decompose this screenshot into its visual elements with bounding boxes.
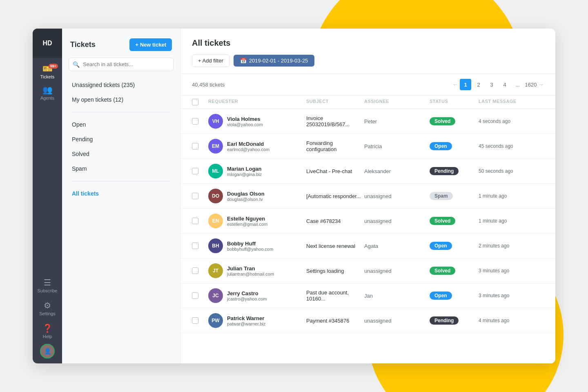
row-checkbox[interactable]: [192, 143, 198, 149]
date-filter-button[interactable]: 📅 2019-02-01 - 2019-03-25: [234, 55, 315, 67]
sidebar-item-tickets[interactable]: 99+ 🎫 Tickets: [33, 61, 62, 82]
status-badge: Solved: [430, 217, 455, 225]
nav-item-solved[interactable]: Solved: [69, 147, 174, 161]
row-checkbox-cell: [192, 317, 208, 324]
requester-cell: VH Viola Holmes viola@yahoo.com: [208, 114, 306, 129]
select-all-checkbox[interactable]: [192, 99, 198, 105]
status-cell: Pending: [430, 167, 479, 175]
sidebar-bottom: ☰ Subscribe ⚙ Settings ❓ Help 👤: [33, 275, 62, 363]
table-row[interactable]: EN Estelle Nguyen estellen@gmail.com Cas…: [180, 209, 555, 234]
requester-info: Viola Holmes viola@yahoo.com: [227, 116, 263, 127]
requester-info: Jerry Castro jcastro@yahoo.com: [227, 290, 267, 301]
table-row[interactable]: ML Marian Logan mlogan@gina.biz LiveChat…: [180, 159, 555, 184]
subject-cell: Invoice 25032019/B/567...: [306, 115, 364, 127]
nav-list: Unassigned tickets (235) My open tickets…: [62, 78, 180, 201]
table-row[interactable]: BH Bobby Huff bobbyhuff@yahoo.com Next l…: [180, 234, 555, 258]
sidebar-nav: 99+ 🎫 Tickets 👥 Agents: [33, 58, 62, 275]
row-checkbox[interactable]: [192, 317, 198, 324]
page-last-button[interactable]: 1620: [525, 79, 537, 90]
row-checkbox[interactable]: [192, 243, 198, 249]
search-box: 🔍: [69, 58, 174, 71]
help-icon: ❓: [42, 324, 53, 332]
subject-cell: [Automatic responder...: [306, 193, 364, 199]
pagination: ← 1 2 3 4 ... 1620 →: [452, 79, 544, 90]
requester-email: jcastro@yahoo.com: [227, 296, 267, 301]
last-message-cell: 1 minute ago: [479, 218, 544, 224]
requester-info: Julian Tran juliantran@hotmail.com: [227, 265, 274, 276]
page-1-button[interactable]: 1: [460, 79, 471, 90]
sidebar: HD 99+ 🎫 Tickets 👥 Agents ☰ Subscribe ⚙ …: [33, 29, 62, 363]
assignee-cell: Patricia: [364, 143, 430, 149]
sidebar-item-help[interactable]: ❓ Help: [33, 321, 62, 342]
row-checkbox[interactable]: [192, 118, 198, 125]
page-3-button[interactable]: 3: [486, 79, 497, 90]
status-cell: Open: [430, 142, 479, 150]
new-ticket-button[interactable]: + New ticket: [129, 38, 172, 51]
requester-cell: BH Bobby Huff bobbyhuff@yahoo.com: [208, 238, 306, 253]
status-badge: Solved: [430, 117, 455, 125]
requester-name: Douglas Olson: [227, 191, 265, 197]
sidebar-item-agents[interactable]: 👥 Agents: [33, 82, 62, 104]
row-checkbox[interactable]: [192, 267, 198, 274]
status-cell: Solved: [430, 117, 479, 125]
row-checkbox[interactable]: [192, 193, 198, 199]
subject-cell: Settings loading: [306, 268, 364, 274]
help-label: Help: [43, 334, 52, 339]
page-4-button[interactable]: 4: [499, 79, 510, 90]
row-checkbox-cell: [192, 218, 208, 224]
subject-cell: Past due account, 10160...: [306, 290, 364, 302]
left-panel-title: Tickets: [70, 40, 96, 49]
nav-item-open[interactable]: Open: [69, 117, 174, 132]
requester-name: Earl McDonald: [227, 141, 270, 147]
nav-item-all[interactable]: All tickets: [69, 186, 174, 201]
agents-label: Agents: [40, 96, 54, 100]
row-checkbox[interactable]: [192, 292, 198, 299]
nav-item-my-open[interactable]: My open tickets (12): [69, 92, 174, 107]
tickets-label: Tickets: [40, 74, 54, 79]
requester-cell: EM Earl McDonald earlmcd@yahoo.com: [208, 139, 306, 154]
nav-item-spam[interactable]: Spam: [69, 161, 174, 176]
nav-divider-1: [72, 112, 170, 112]
avatar: EM: [208, 139, 223, 154]
next-page-button[interactable]: →: [538, 81, 544, 88]
subject-cell: Next license renewal: [306, 243, 364, 249]
agents-icon: 👥: [42, 86, 53, 94]
row-checkbox-cell: [192, 143, 208, 149]
last-message-cell: 2 minutes ago: [479, 243, 544, 249]
row-checkbox-cell: [192, 168, 208, 174]
requester-name: Patrick Warner: [227, 315, 265, 321]
subscribe-label: Subscribe: [38, 288, 58, 293]
nav-divider-2: [72, 181, 170, 181]
row-checkbox[interactable]: [192, 218, 198, 224]
table-row[interactable]: JC Jerry Castro jcastro@yahoo.com Past d…: [180, 283, 555, 308]
sidebar-item-settings[interactable]: ⚙ Settings: [33, 298, 62, 319]
tickets-badge: 99+: [49, 64, 58, 69]
add-filter-button[interactable]: + Add filter: [192, 54, 229, 67]
requester-cell: DO Douglas Olson douglas@olson.tv: [208, 189, 306, 203]
table-row[interactable]: VH Viola Holmes viola@yahoo.com Invoice …: [180, 109, 555, 134]
subscribe-icon: ☰: [44, 278, 51, 287]
row-checkbox-cell: [192, 193, 208, 199]
nav-item-pending[interactable]: Pending: [69, 132, 174, 147]
requester-cell: ML Marian Logan mlogan@gina.biz: [208, 164, 306, 178]
assignee-cell: Aleksander: [364, 168, 430, 174]
table-row[interactable]: DO Douglas Olson douglas@olson.tv [Autom…: [180, 184, 555, 209]
sidebar-item-subscribe[interactable]: ☰ Subscribe: [33, 275, 62, 296]
row-checkbox-cell: [192, 118, 208, 125]
page-2-button[interactable]: 2: [473, 79, 484, 90]
search-input[interactable]: [69, 58, 174, 71]
requester-email: juliantran@hotmail.com: [227, 272, 274, 276]
assignee-cell: unassigned: [364, 193, 430, 199]
nav-item-unassigned[interactable]: Unassigned tickets (235): [69, 78, 174, 92]
table-row[interactable]: EM Earl McDonald earlmcd@yahoo.com Forwa…: [180, 134, 555, 159]
filters-row: + Add filter 📅 2019-02-01 - 2019-03-25: [192, 54, 544, 67]
prev-page-button[interactable]: ←: [452, 81, 458, 88]
status-badge: Spam: [430, 192, 453, 200]
requester-info: Estelle Nguyen estellen@gmail.com: [227, 216, 267, 227]
table-row[interactable]: PW Patrick Warner patwar@warner.biz Paym…: [180, 308, 555, 333]
status-badge: Solved: [430, 267, 455, 275]
row-checkbox[interactable]: [192, 168, 198, 174]
table-row[interactable]: JT Julian Tran juliantran@hotmail.com Se…: [180, 258, 555, 283]
row-checkbox-cell: [192, 292, 208, 299]
user-avatar[interactable]: 👤: [40, 344, 55, 359]
